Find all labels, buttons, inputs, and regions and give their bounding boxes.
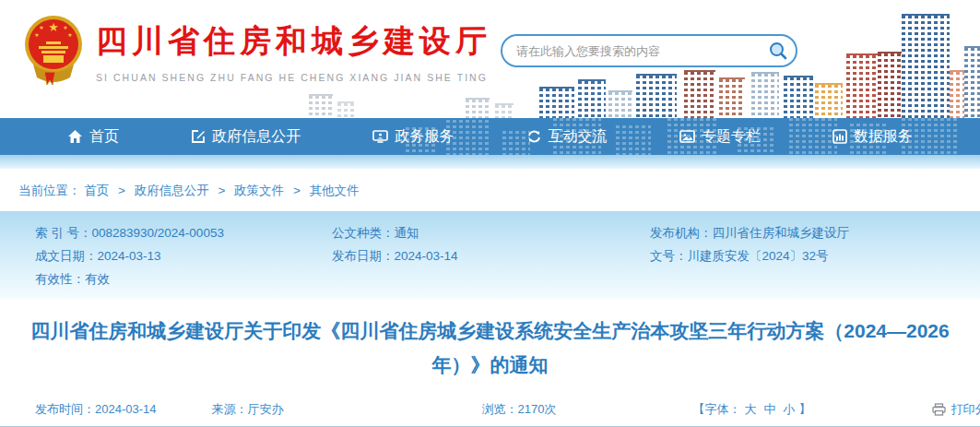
building-decor [495, 103, 514, 118]
breadcrumb-link-home[interactable]: 首页 [84, 184, 109, 197]
field-label: 索 引 号： [35, 226, 92, 240]
site-subtitle: SI CHUAN SHENG ZHU FANG HE CHENG XIANG J… [96, 72, 491, 83]
bar-chart-icon [832, 129, 847, 144]
print-label: 打印 [950, 401, 974, 418]
site-header: ★ ★ ★ ★ ★ 四川省住房和城乡建设厅 SI CHUAN SHENG ZHU… [0, 0, 980, 118]
site-logo-block: ★ ★ ★ ★ ★ 四川省住房和城乡建设厅 SI CHUAN SHENG ZHU… [24, 11, 491, 89]
building-decor [789, 118, 837, 155]
brand-text: 四川省住房和城乡建设厅 SI CHUAN SHENG ZHU FANG HE C… [96, 11, 491, 83]
search-button[interactable] [768, 41, 788, 61]
building-decor [608, 90, 632, 118]
building-decor [784, 76, 813, 118]
source-value: 厅安办 [248, 402, 284, 416]
building-decor [309, 94, 333, 118]
nav-item-data-services[interactable]: 数据服务 [832, 127, 913, 147]
national-emblem-logo: ★ ★ ★ ★ ★ [24, 11, 83, 89]
field-label: 公文种类： [332, 226, 395, 240]
building-decor [815, 83, 843, 118]
breadcrumb: 当前位置： 首页 > 政府信息公开 > 政策文件 > 其他文件 [0, 169, 980, 211]
publish-time-label: 发布时间： [35, 402, 95, 416]
field-value: 008283930/2024-00053 [92, 226, 224, 240]
nav-item-gov-info[interactable]: 政府信息公开 [191, 127, 301, 147]
svg-text:★: ★ [67, 32, 72, 38]
font-size-large[interactable]: 大 [744, 402, 756, 416]
field-value: 川建质安发〔2024〕32号 [688, 249, 829, 263]
search-icon [768, 41, 788, 61]
edit-square-icon [191, 129, 206, 144]
document-info-panel: 索 引 号：008283930/2024-00053 公文种类：通知 发布机构：… [0, 211, 980, 299]
nav-item-label: 数据服务 [854, 127, 913, 147]
building-decor [337, 101, 354, 118]
breadcrumb-link-policy-docs[interactable]: 政策文件 [234, 184, 284, 197]
field-value: 通知 [395, 226, 419, 240]
sky-strip-decor [0, 155, 980, 169]
svg-text:★: ★ [48, 20, 59, 34]
exchange-arrows-icon [526, 129, 542, 144]
svg-text:★: ★ [34, 32, 39, 38]
font-size-small[interactable]: 小 [783, 402, 795, 416]
field-label: 文号： [650, 249, 688, 263]
breadcrumb-link-gov-info[interactable]: 政府信息公开 [135, 184, 209, 197]
field-value: 有效 [85, 272, 110, 286]
svg-text:★: ★ [39, 25, 43, 30]
font-label-close: 】 [798, 402, 810, 416]
breadcrumb-link-other-docs[interactable]: 其他文件 [310, 184, 360, 197]
building-decor [878, 52, 902, 118]
article-meta-bar: 发布时间：2024-03-14 来源：厅安办 浏览：2170次 【字体：大中小】… [0, 393, 980, 427]
nav-item-interaction[interactable]: 互动交流 [526, 127, 608, 147]
nav-item-home[interactable]: 首页 [67, 127, 119, 147]
building-decor [539, 87, 574, 118]
svg-text:★: ★ [63, 25, 67, 30]
page: ★ ★ ★ ★ ★ 四川省住房和城乡建设厅 SI CHUAN SHENG ZHU… [0, 0, 980, 427]
field-value: 四川省住房和城乡建设厅 [713, 226, 850, 240]
nav-item-services[interactable]: 政务服务 [372, 127, 454, 147]
monitor-icon [372, 129, 388, 144]
font-label-open: 【字体： [692, 402, 740, 416]
printer-icon [932, 403, 946, 416]
share-link[interactable]: 分享到: [974, 401, 980, 418]
building-decor [636, 74, 677, 118]
building-decor [902, 14, 950, 118]
home-icon [67, 129, 83, 144]
doc-validity: 有效性：有效 [35, 267, 332, 291]
publish-time-value: 2024-03-14 [95, 402, 157, 416]
publish-time: 发布时间：2024-03-14 [35, 401, 157, 418]
breadcrumb-prefix: 当前位置： [18, 184, 81, 197]
field-value: 2024-03-14 [395, 249, 458, 263]
breadcrumb-separator: > [293, 184, 301, 197]
article-title: 四川省住房和城乡建设厅关于印发《四川省住房城乡建设系统安全生产治本攻坚三年行动方… [0, 299, 980, 393]
field-label: 发布日期： [332, 249, 395, 263]
print-button[interactable]: 打印 [932, 401, 974, 418]
building-decor [846, 53, 878, 118]
views-label: 浏览： [482, 402, 518, 416]
building-decor [964, 46, 980, 118]
nav-item-label: 政务服务 [395, 127, 454, 147]
view-count: 浏览：2170次 [482, 401, 557, 418]
doc-index-number: 索 引 号：008283930/2024-00053 [35, 221, 332, 244]
search-box [501, 34, 797, 67]
search-input[interactable] [502, 44, 768, 58]
doc-written-date: 成文日期：2024-03-13 [35, 244, 332, 267]
doc-issuing-agency: 发布机构：四川省住房和城乡建设厅 [650, 221, 971, 244]
breadcrumb-separator: > [118, 184, 125, 197]
field-label: 发布机构： [650, 226, 713, 240]
nav-item-special-topics[interactable]: 专题专栏 [679, 127, 761, 147]
doc-publish-date: 发布日期：2024-03-14 [332, 244, 650, 267]
building-decor [751, 72, 779, 118]
font-size-medium[interactable]: 中 [763, 402, 775, 416]
gallery-icon [679, 129, 695, 144]
main-nav: 首页 政府信息公开 政务服务 互动交流 [0, 118, 980, 155]
building-decor [684, 70, 715, 118]
nav-item-label: 政府信息公开 [212, 127, 301, 147]
building-decor [719, 77, 745, 118]
building-decor [578, 79, 606, 118]
nav-item-label: 互动交流 [549, 127, 608, 147]
field-label: 成文日期： [35, 249, 98, 263]
font-size-control: 【字体：大中小】 [692, 401, 810, 418]
building-decor [466, 98, 490, 118]
views-value: 2170次 [518, 402, 557, 416]
article-source: 来源：厅安办 [212, 401, 284, 418]
doc-type: 公文种类：通知 [332, 221, 650, 244]
nav-item-label: 专题专栏 [702, 127, 761, 147]
nav-item-label: 首页 [89, 127, 119, 147]
